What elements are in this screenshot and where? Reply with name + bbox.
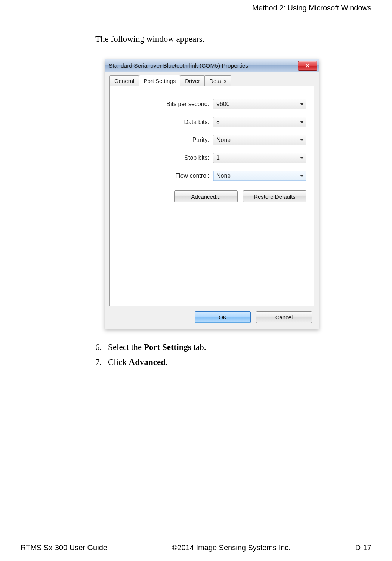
chevron-down-icon bbox=[300, 139, 304, 141]
intro-text: The following window appears. bbox=[95, 34, 371, 44]
page-footer: RTMS Sx-300 User Guide ©2014 Image Sensi… bbox=[21, 541, 371, 552]
stop-bits-select[interactable]: 1 bbox=[213, 153, 306, 163]
restore-defaults-button[interactable]: Restore Defaults bbox=[243, 190, 306, 202]
cancel-button[interactable]: Cancel bbox=[256, 311, 312, 323]
close-button[interactable] bbox=[298, 61, 317, 71]
dialog-title: Standard Serial over Bluetooth link (COM… bbox=[109, 62, 248, 69]
chevron-down-icon bbox=[300, 175, 304, 177]
ok-button[interactable]: OK bbox=[195, 311, 251, 323]
step-7-text: Click Advanced. bbox=[108, 357, 168, 367]
data-bits-value: 8 bbox=[216, 119, 220, 125]
tab-general[interactable]: General bbox=[109, 75, 139, 86]
stop-bits-label: Stop bits: bbox=[135, 155, 213, 161]
footer-left: RTMS Sx-300 User Guide bbox=[21, 543, 107, 552]
bits-per-second-value: 9600 bbox=[216, 101, 230, 108]
step-7-number: 7. bbox=[95, 357, 108, 367]
step-6-number: 6. bbox=[95, 343, 108, 352]
page-header: Method 2: Using Microsoft Windows bbox=[21, 0, 371, 13]
chevron-down-icon bbox=[300, 121, 304, 123]
port-settings-panel: Bits per second: 9600 Data bits: 8 bbox=[109, 86, 314, 306]
properties-dialog: Standard Serial over Bluetooth link (COM… bbox=[105, 59, 319, 329]
data-bits-select[interactable]: 8 bbox=[213, 117, 306, 127]
flow-control-value: None bbox=[216, 173, 231, 179]
close-icon bbox=[305, 63, 310, 68]
step-6: 6. Select the Port Settings tab. bbox=[95, 343, 371, 352]
tab-details[interactable]: Details bbox=[204, 75, 231, 86]
step-7: 7. Click Advanced. bbox=[95, 357, 371, 367]
parity-label: Parity: bbox=[135, 137, 213, 143]
bits-per-second-select[interactable]: 9600 bbox=[213, 99, 306, 109]
footer-center: ©2014 Image Sensing Systems Inc. bbox=[172, 543, 291, 552]
bits-per-second-label: Bits per second: bbox=[135, 101, 213, 108]
dialog-titlebar[interactable]: Standard Serial over Bluetooth link (COM… bbox=[105, 59, 319, 72]
footer-right: D-17 bbox=[355, 543, 371, 552]
chevron-down-icon bbox=[300, 157, 304, 159]
step-6-text: Select the Port Settings tab. bbox=[108, 343, 206, 352]
parity-select[interactable]: None bbox=[213, 135, 306, 145]
flow-control-select[interactable]: None bbox=[213, 171, 306, 181]
chevron-down-icon bbox=[300, 103, 304, 105]
tab-driver[interactable]: Driver bbox=[180, 75, 205, 86]
flow-control-label: Flow control: bbox=[135, 173, 213, 179]
tab-strip: General Port Settings Driver Details bbox=[109, 75, 314, 86]
advanced-button[interactable]: Advanced... bbox=[174, 190, 238, 202]
parity-value: None bbox=[216, 137, 231, 143]
header-section-title: Method 2: Using Microsoft Windows bbox=[252, 4, 371, 12]
tab-port-settings[interactable]: Port Settings bbox=[139, 75, 180, 86]
data-bits-label: Data bits: bbox=[135, 119, 213, 125]
stop-bits-value: 1 bbox=[216, 155, 220, 161]
dialog-footer: OK Cancel bbox=[109, 306, 314, 325]
